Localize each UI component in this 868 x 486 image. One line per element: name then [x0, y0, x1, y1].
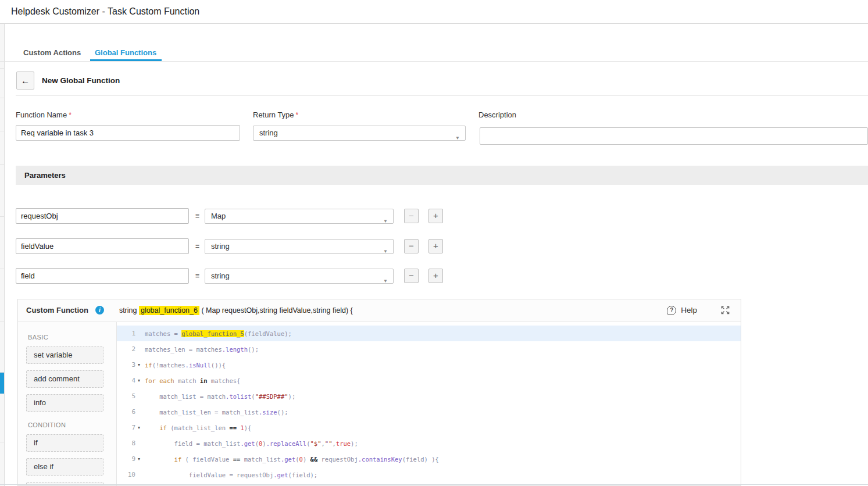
required-asterisk: * [296, 111, 299, 119]
collapsed-left-panel[interactable] [0, 0, 5, 486]
palette-item-if[interactable]: if [26, 434, 103, 452]
code-text: if(!matches.isNull()){ [145, 362, 226, 369]
question-mark-icon: ? [667, 306, 676, 315]
helpdesk-customizer-app: Helpdesk Customizer - Task Custom Functi… [0, 0, 868, 486]
palette-item-set-variable[interactable]: set variable [26, 346, 103, 364]
line-number: 9 [117, 455, 135, 463]
code-line[interactable]: 5 match_list = match.tolist("##SDP##"); [117, 388, 741, 404]
subheader-title: New Global Function [42, 76, 120, 85]
param-name-input[interactable] [16, 208, 189, 224]
param-type-select[interactable]: string ▼ [205, 239, 394, 254]
param-type-select[interactable]: Map ▼ [205, 209, 394, 224]
line-number: 8 [117, 439, 135, 447]
code-line[interactable]: 6 match_list_len = match_list.size(); [117, 404, 741, 420]
code-line[interactable]: 8 field = match_list.get(0).replaceAll("… [117, 435, 741, 451]
required-asterisk: * [69, 111, 72, 119]
remove-parameter-button[interactable]: − [404, 269, 419, 283]
editor-header: Custom Function i string global_function… [18, 299, 741, 321]
function-name-input[interactable] [16, 125, 240, 141]
description-label: Description [478, 110, 516, 119]
param-type-select[interactable]: string ▼ [205, 269, 394, 284]
help-label: Help [681, 306, 697, 315]
subheader-divider [16, 95, 868, 96]
tabs-divider [0, 61, 868, 62]
fold-arrow-icon[interactable]: ▾ [135, 456, 142, 462]
code-text: if ( fieldValue == match_list.get(0) && … [145, 456, 439, 463]
line-number: 7 [117, 424, 135, 431]
line-number: 10 [117, 471, 135, 478]
parameters-header-label: Parameters [24, 171, 66, 180]
palette-item-add-comment[interactable]: add comment [26, 370, 103, 388]
arrow-left-icon: ← [21, 76, 30, 85]
line-number: 1 [117, 330, 135, 337]
palette-item-else-if[interactable]: else if [26, 458, 103, 476]
code-area[interactable]: 1matches = global_function_5(fieldValue)… [117, 322, 741, 485]
param-name-input[interactable] [16, 268, 189, 284]
chevron-down-icon: ▼ [455, 131, 460, 145]
editor-title: Custom Function [26, 306, 88, 315]
code-line[interactable]: 4▾for each match in matches{ [117, 373, 741, 388]
code-line[interactable]: 3▾if(!matches.isNull()){ [117, 357, 741, 373]
parameters-header-bar: Parameters [16, 166, 868, 185]
chevron-down-icon: ▼ [383, 215, 388, 228]
remove-parameter-button[interactable]: − [404, 239, 419, 253]
line-number: 5 [117, 392, 135, 400]
remove-parameter-button[interactable]: − [404, 209, 419, 223]
function-signature: string global_function_6 ( Map requestOb… [119, 306, 353, 315]
code-text: if (match_list_len == 1){ [145, 424, 251, 431]
fold-arrow-icon[interactable]: ▾ [135, 378, 142, 383]
code-text: fieldValue = requestObj.get(field); [145, 471, 317, 478]
back-button[interactable]: ← [16, 72, 34, 90]
line-number: 6 [117, 408, 135, 416]
chevron-down-icon: ▼ [383, 274, 388, 288]
add-parameter-button[interactable]: + [428, 209, 443, 223]
equals-sign: = [195, 212, 199, 220]
param-type-value: Map [211, 212, 226, 220]
equals-sign: = [195, 242, 199, 251]
palette-item-partial[interactable] [26, 482, 103, 485]
palette-section-label: CONDITION [28, 421, 116, 428]
fold-arrow-icon[interactable]: ▾ [135, 362, 142, 367]
code-line[interactable]: 2matches_len = matches.length(); [117, 341, 741, 357]
equals-sign: = [195, 272, 199, 280]
code-text: match_list_len = match_list.size(); [145, 409, 288, 416]
function-name-label: Function Name* [16, 110, 72, 119]
tab-custom-actions[interactable]: Custom Actions [23, 48, 81, 57]
return-type-value: string [259, 128, 278, 137]
param-type-value: string [211, 271, 230, 280]
line-number: 3 [117, 361, 135, 369]
code-line[interactable]: 10 fieldValue = requestObj.get(field); [117, 467, 741, 483]
chevron-down-icon: ▼ [383, 245, 388, 259]
page-title: Helpdesk Customizer - Task Custom Functi… [11, 6, 199, 17]
code-line[interactable]: 1matches = global_function_5(fieldValue)… [117, 326, 741, 341]
code-text: match_list = match.tolist("##SDP##"); [145, 393, 295, 400]
palette: BASICset variableadd commentinfoCONDITIO… [18, 322, 117, 485]
bottom-divider [0, 484, 868, 485]
palette-item-info[interactable]: info [26, 394, 103, 412]
param-name-input[interactable] [16, 238, 189, 254]
code-line[interactable]: 9▾ if ( fieldValue == match_list.get(0) … [117, 451, 741, 467]
return-type-label: Return Type* [253, 110, 298, 119]
highlighted-function-name: global_function_6 [139, 306, 199, 315]
param-type-value: string [211, 242, 230, 251]
code-text: matches = global_function_5(fieldValue); [145, 330, 292, 337]
fold-arrow-icon[interactable]: ▾ [135, 425, 142, 430]
code-text: field = match_list.get(0).replaceAll("$"… [145, 440, 358, 447]
code-text: for each match in matches{ [145, 377, 240, 384]
palette-section-label: BASIC [28, 334, 116, 341]
window-title-bar: Helpdesk Customizer - Task Custom Functi… [0, 0, 868, 24]
add-parameter-button[interactable]: + [428, 239, 443, 253]
info-icon[interactable]: i [95, 306, 104, 315]
active-panel-indicator [0, 373, 4, 394]
code-line[interactable]: 7▾ if (match_list_len == 1){ [117, 420, 741, 435]
tab-global-functions[interactable]: Global Functions [95, 48, 156, 57]
line-number: 4 [117, 377, 135, 384]
custom-function-editor: Custom Function i string global_function… [17, 299, 741, 486]
fullscreen-expand-icon[interactable] [720, 305, 730, 315]
code-text: matches_len = matches.length(); [145, 346, 259, 353]
add-parameter-button[interactable]: + [428, 269, 443, 283]
description-input[interactable] [480, 127, 868, 145]
line-number: 2 [117, 345, 135, 353]
help-button[interactable]: ? Help [667, 306, 697, 315]
return-type-select[interactable]: string ▼ [253, 126, 466, 141]
